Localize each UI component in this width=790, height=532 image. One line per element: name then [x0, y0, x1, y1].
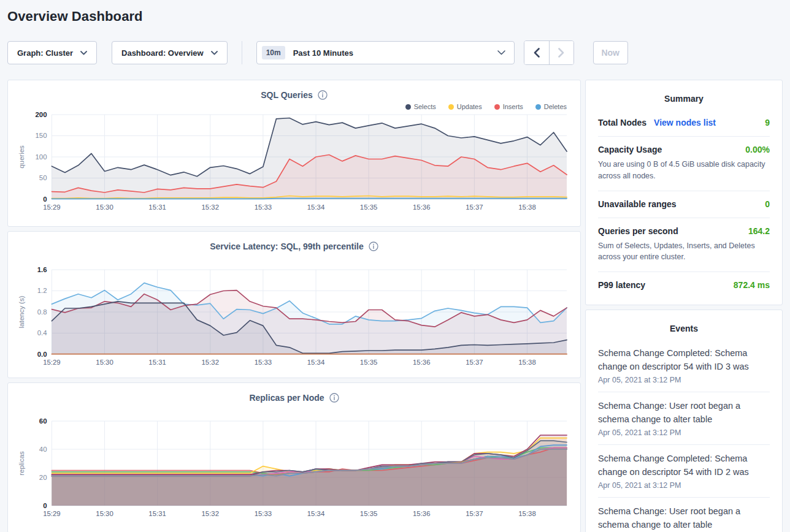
event-item[interactable]: Schema Change: User root began a schema … — [598, 392, 770, 444]
svg-text:15:32: 15:32 — [202, 203, 219, 211]
svg-text:0: 0 — [43, 502, 47, 509]
dashboard-selector-label: Dashboard: Overview — [121, 48, 204, 58]
graph-selector-label: Graph: Cluster — [17, 48, 73, 58]
side-column: Summary Total Nodes View nodes list 9 Ca… — [585, 80, 783, 532]
svg-text:15:34: 15:34 — [307, 510, 325, 517]
capacity-usage-value: 0.00% — [745, 145, 770, 154]
chevron-right-icon — [558, 48, 564, 58]
svg-text:15:36: 15:36 — [413, 510, 430, 517]
svg-text:15:34: 15:34 — [307, 359, 325, 366]
legend-dot-icon — [494, 104, 500, 110]
svg-text:150: 150 — [35, 132, 47, 139]
sql-queries-chart[interactable]: SelectsUpdatesInsertsDeletes15:2915:3015… — [15, 101, 573, 218]
summary-item-unavailable-ranges: Unavailable ranges 0 — [598, 191, 770, 218]
chart-plot[interactable]: 15:2915:3015:3115:3215:3315:3415:3515:36… — [15, 266, 573, 370]
chevron-left-icon — [534, 48, 540, 58]
svg-text:100: 100 — [35, 153, 47, 161]
event-item[interactable]: Schema Change: User root began a schema … — [598, 497, 770, 532]
svg-text:0.0: 0.0 — [37, 351, 47, 358]
event-message: Schema Change: User root began a schema … — [598, 504, 770, 531]
total-nodes-label: Total Nodes — [598, 118, 646, 127]
previous-time-button[interactable] — [524, 41, 549, 64]
time-range-badge: 10m — [262, 46, 285, 59]
chart-legend: SelectsUpdatesInsertsDeletes — [15, 101, 573, 111]
queries-per-second-label: Queries per second — [598, 226, 678, 236]
queries-per-second-description: Sum of Selects, Updates, Inserts, and De… — [598, 240, 770, 264]
unavailable-ranges-label: Unavailable ranges — [598, 199, 677, 209]
legend-dot-icon — [448, 104, 454, 110]
event-item[interactable]: Schema Change Completed: Schema change o… — [598, 340, 770, 392]
view-nodes-list-link[interactable]: View nodes list — [654, 118, 716, 127]
replicas-per-node-chart[interactable]: 15:2915:3015:3115:3215:3315:3415:3515:36… — [15, 404, 573, 524]
info-icon[interactable] — [329, 393, 339, 403]
event-timestamp: Apr 05, 2021 at 3:12 PM — [598, 376, 770, 384]
event-timestamp: Apr 05, 2021 at 3:12 PM — [598, 481, 770, 490]
svg-text:0: 0 — [43, 196, 47, 203]
svg-text:15:38: 15:38 — [518, 359, 535, 366]
info-icon[interactable] — [369, 241, 378, 251]
legend-label: Updates — [457, 103, 482, 110]
svg-text:0.8: 0.8 — [37, 308, 47, 316]
event-timestamp: Apr 05, 2021 at 3:12 PM — [598, 428, 770, 437]
svg-text:15:33: 15:33 — [255, 510, 272, 517]
time-range-label: Past 10 Minutes — [293, 48, 497, 58]
svg-text:15:29: 15:29 — [43, 203, 60, 211]
chart-plot[interactable]: 15:2915:3015:3115:3215:3315:3415:3515:36… — [15, 417, 573, 522]
now-button[interactable]: Now — [593, 41, 628, 64]
svg-text:queries: queries — [18, 145, 25, 169]
page-title: Overview Dashboard — [7, 9, 783, 25]
summary-item-p99-latency: P99 latency 872.4 ms — [598, 272, 770, 298]
svg-text:0.4: 0.4 — [37, 329, 47, 336]
svg-text:15:35: 15:35 — [360, 510, 377, 517]
svg-text:1.2: 1.2 — [37, 287, 47, 294]
legend-item[interactable]: Updates — [448, 103, 482, 110]
summary-item-total-nodes: Total Nodes View nodes list 9 — [598, 110, 770, 136]
svg-text:200: 200 — [35, 111, 47, 118]
svg-text:20: 20 — [39, 474, 47, 481]
dashboard-selector-dropdown[interactable]: Dashboard: Overview — [112, 41, 228, 64]
event-message: Schema Change Completed: Schema change o… — [598, 346, 770, 373]
replicas-per-node-panel: Replicas per Node 15:2915:3015:3115:3215… — [7, 382, 581, 532]
svg-text:15:30: 15:30 — [96, 510, 113, 517]
chart-plot[interactable]: 15:2915:3015:3115:3215:3315:3415:3515:36… — [15, 111, 573, 215]
queries-per-second-value: 164.2 — [748, 226, 770, 236]
legend-item[interactable]: Selects — [405, 103, 436, 110]
p99-latency-value: 872.4 ms — [734, 280, 770, 290]
toolbar-divider — [242, 41, 242, 64]
next-time-button[interactable] — [549, 41, 573, 64]
svg-text:15:33: 15:33 — [255, 203, 272, 211]
total-nodes-value: 9 — [765, 118, 770, 127]
svg-text:15:35: 15:35 — [360, 359, 377, 366]
graph-selector-dropdown[interactable]: Graph: Cluster — [7, 41, 97, 64]
svg-text:50: 50 — [39, 174, 47, 181]
capacity-usage-label: Capacity Usage — [598, 145, 662, 154]
svg-text:15:37: 15:37 — [466, 359, 483, 366]
capacity-usage-description: You are using 0 B of 4.5 GiB usable disk… — [598, 159, 770, 182]
service-latency-chart[interactable]: 15:2915:3015:3115:3215:3315:3415:3515:36… — [15, 253, 573, 373]
events-heading: Events — [598, 319, 770, 340]
svg-text:15:31: 15:31 — [148, 203, 166, 211]
chart-title: SQL Queries — [261, 90, 313, 100]
overview-dashboard-page: { "page": { "title": "Overview Dashboard… — [0, 0, 790, 532]
dashboard-main: SQL Queries SelectsUpdatesInsertsDeletes… — [0, 80, 790, 532]
info-icon[interactable] — [318, 90, 328, 100]
chevron-down-icon — [80, 51, 87, 55]
time-range-selector[interactable]: 10m Past 10 Minutes — [256, 41, 515, 64]
svg-text:15:31: 15:31 — [148, 510, 166, 517]
summary-item-capacity: Capacity Usage 0.00% You are using 0 B o… — [598, 136, 770, 191]
legend-item[interactable]: Inserts — [494, 103, 523, 110]
svg-text:1.6: 1.6 — [37, 266, 47, 273]
legend-label: Deletes — [544, 103, 567, 110]
summary-panel: Summary Total Nodes View nodes list 9 Ca… — [585, 80, 783, 305]
svg-text:40: 40 — [39, 446, 47, 453]
events-panel: Events Schema Change Completed: Schema c… — [585, 310, 783, 532]
svg-text:15:38: 15:38 — [518, 203, 535, 211]
legend-item[interactable]: Deletes — [535, 103, 567, 110]
chevron-down-icon — [211, 51, 218, 55]
svg-text:replicas: replicas — [18, 451, 25, 476]
event-item[interactable]: Schema Change Completed: Schema change o… — [598, 444, 770, 497]
svg-text:15:33: 15:33 — [255, 359, 272, 366]
svg-text:15:34: 15:34 — [307, 203, 325, 211]
summary-item-qps: Queries per second 164.2 Sum of Selects,… — [598, 218, 770, 272]
svg-text:15:36: 15:36 — [413, 359, 430, 366]
